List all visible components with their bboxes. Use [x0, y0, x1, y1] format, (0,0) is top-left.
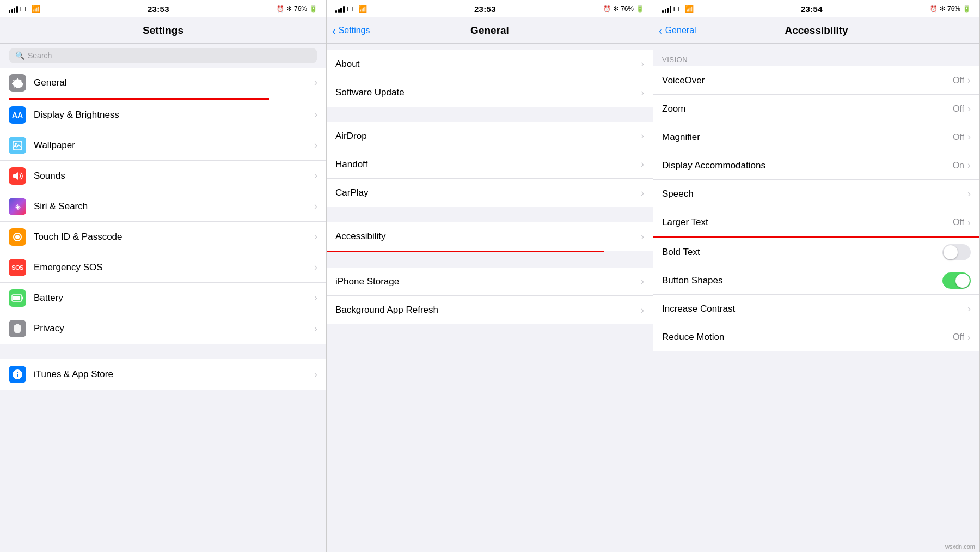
row-privacy[interactable]: ✋ Privacy › [0, 313, 326, 344]
label-touchid: Touch ID & Passcode [34, 232, 314, 242]
row-sos[interactable]: SOS Emergency SOS › [0, 252, 326, 283]
row-about[interactable]: About › [327, 50, 653, 78]
battery-icon-3: 🔋 [963, 5, 971, 13]
back-label-2: Settings [339, 26, 370, 35]
label-voiceover: VoiceOver [662, 75, 953, 86]
label-display-acc: Display Accommodations [662, 160, 953, 171]
chevron-carplay: › [641, 187, 644, 199]
label-software: Software Update [335, 87, 641, 98]
settings-list-2: iTunes & App Store › [0, 359, 326, 390]
alarm-icon-3: ⏰ [930, 5, 938, 13]
row-sounds[interactable]: Sounds › [0, 161, 326, 191]
group-divider-2d [327, 324, 653, 339]
nav-header-2: ‹ Settings General [327, 17, 653, 44]
row-carplay[interactable]: CarPlay › [327, 179, 653, 207]
group-divider-2a [327, 107, 653, 122]
icon-sounds [9, 167, 26, 185]
back-button-settings[interactable]: ‹ Settings [332, 25, 370, 36]
bluetooth-icon-3: ✻ [940, 5, 945, 13]
status-left-3: EE 📶 [662, 5, 694, 13]
search-box-1[interactable]: 🔍 Search [9, 48, 317, 63]
battery-icon-1: 🔋 [309, 5, 317, 13]
back-label-3: General [665, 26, 696, 35]
row-display-acc[interactable]: Display Accommodations On › [653, 151, 979, 180]
label-magnifier: Magnifier [662, 132, 953, 143]
row-voiceover[interactable]: VoiceOver Off › [653, 66, 979, 95]
row-handoff[interactable]: Handoff › [327, 150, 653, 179]
row-larger-text[interactable]: Larger Text Off › [653, 208, 979, 236]
label-zoom: Zoom [662, 104, 953, 114]
row-wallpaper[interactable]: Wallpaper › [0, 130, 326, 161]
chevron-itunes: › [314, 369, 317, 380]
back-button-general[interactable]: ‹ General [659, 25, 696, 36]
row-touchid[interactable]: Touch ID & Passcode › [0, 222, 326, 252]
row-general[interactable]: General › [0, 68, 326, 98]
label-accessibility: Accessibility [335, 231, 641, 242]
top-spacer-3 [653, 44, 979, 50]
label-siri: Siri & Search [34, 201, 314, 212]
row-itunes[interactable]: iTunes & App Store › [0, 359, 326, 390]
label-wallpaper: Wallpaper [34, 140, 314, 151]
value-voiceover: Off [953, 76, 964, 86]
chevron-speech: › [967, 188, 971, 199]
status-bar-1: EE 📶 23:53 ⏰ ✻ 76% 🔋 [0, 0, 326, 17]
chevron-touchid: › [314, 231, 317, 242]
status-left-2: EE 📶 [335, 5, 367, 13]
svg-rect-1 [13, 141, 22, 150]
general-group-1: About › Software Update › [327, 50, 653, 107]
row-background[interactable]: Background App Refresh › [327, 296, 653, 324]
row-zoom[interactable]: Zoom Off › [653, 95, 979, 123]
page-title-2: General [470, 25, 509, 37]
row-button-shapes[interactable]: Button Shapes [653, 266, 979, 295]
bluetooth-icon: ✻ [286, 5, 292, 13]
alarm-icon: ⏰ [277, 5, 284, 13]
chevron-about: › [641, 58, 644, 70]
chevron-siri: › [314, 201, 317, 212]
label-button-shapes: Button Shapes [662, 275, 942, 286]
back-chevron-2: ‹ [332, 25, 336, 36]
label-privacy: Privacy [34, 323, 314, 334]
row-magnifier[interactable]: Magnifier Off › [653, 123, 979, 151]
row-software[interactable]: Software Update › [327, 78, 653, 107]
panel2-content: About › Software Update › AirDrop › Hand… [327, 50, 653, 552]
signal-icon-3 [662, 5, 671, 13]
time-display-2: 23:53 [474, 4, 496, 14]
time-display-3: 23:54 [801, 4, 823, 14]
row-display[interactable]: AA Display & Brightness › [0, 100, 326, 130]
label-iphone-storage: iPhone Storage [335, 276, 641, 287]
value-zoom: Off [953, 104, 964, 114]
battery-label-3: 76% [947, 5, 960, 13]
panel3-content: VISION VoiceOver Off › Zoom Off › Magnif… [653, 50, 979, 552]
signal-icon-2 [335, 5, 345, 13]
icon-wallpaper [9, 137, 26, 154]
row-accessibility[interactable]: Accessibility › [327, 222, 653, 251]
row-airdrop[interactable]: AirDrop › [327, 122, 653, 150]
chevron-accessibility: › [641, 231, 644, 242]
icon-itunes [9, 366, 26, 383]
chevron-wallpaper: › [314, 139, 317, 151]
icon-general [9, 74, 26, 92]
search-area-1: 🔍 Search [0, 44, 326, 68]
row-bold-text[interactable]: Bold Text [653, 238, 979, 266]
status-right-2: ⏰ ✻ 76% 🔋 [603, 5, 644, 13]
panel1-content: General › AA Display & Brightness › [0, 68, 326, 552]
label-larger-text: Larger Text [662, 217, 953, 228]
alarm-icon-2: ⏰ [603, 5, 611, 13]
value-display-acc: On [953, 161, 964, 171]
battery-icon-2: 🔋 [636, 5, 644, 13]
battery-label-1: 76% [294, 5, 307, 13]
row-siri[interactable]: ◈ Siri & Search › [0, 191, 326, 222]
search-icon: 🔍 [15, 51, 24, 60]
row-increase-contrast[interactable]: Increase Contrast › [653, 295, 979, 323]
chevron-background: › [641, 305, 644, 316]
row-battery[interactable]: Battery › [0, 283, 326, 313]
back-chevron-3: ‹ [659, 25, 663, 36]
toggle-button-shapes[interactable] [942, 272, 971, 289]
label-general: General [34, 77, 314, 88]
toggle-bold-text[interactable] [942, 244, 971, 260]
section-vision: VISION [653, 50, 979, 66]
row-speech[interactable]: Speech › [653, 180, 979, 208]
row-iphone-storage[interactable]: iPhone Storage › [327, 268, 653, 296]
row-reduce-motion[interactable]: Reduce Motion Off › [653, 323, 979, 351]
general-group-4: iPhone Storage › Background App Refresh … [327, 268, 653, 324]
